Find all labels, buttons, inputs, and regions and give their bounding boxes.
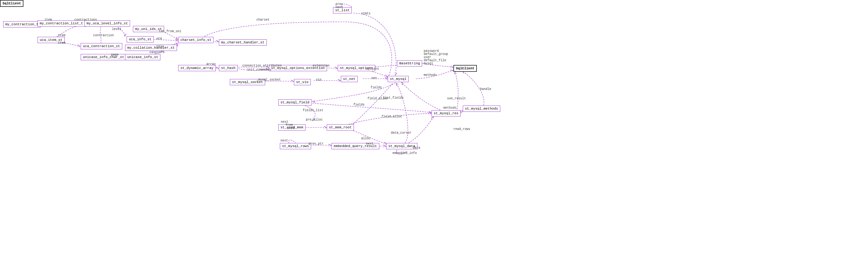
label-stmts: stmts — [361, 12, 371, 15]
node-unicase-info-char-st: unicase_info_char_st — [81, 54, 126, 60]
label-embedded-info: embedded_info — [393, 151, 417, 155]
node-sqlclient: SqlClient — [0, 0, 24, 7]
label-init-cmd: init_commands — [247, 68, 271, 71]
node-uca-info-st: uca_info_st — [127, 36, 154, 42]
label-use-result: use_result — [447, 97, 466, 100]
label-page: page — [111, 53, 119, 57]
label-conn-attr: connection_attributes — [242, 64, 282, 67]
label-methods-2: methods — [443, 106, 457, 110]
node-my-charset-handler-st: my_charset_handler_st — [219, 39, 267, 45]
label-vio: vio — [316, 78, 321, 81]
label-charset: charset — [256, 18, 270, 22]
node-st-mysql-methods: st_mysql_methods — [463, 106, 500, 112]
label-next-list: next — [336, 6, 343, 9]
node-charset-info-st: charset_info_st — [178, 37, 214, 43]
label-next-embedded: next — [366, 142, 373, 145]
label-level: level — [112, 28, 121, 31]
node-my-collation-handler-st: my_collation_handler_st — [125, 45, 177, 51]
label-item-1: item — [44, 18, 52, 22]
diagram-container: my_contraction_t my_contraction_list_t m… — [0, 0, 868, 277]
label-uca: uca — [156, 37, 162, 40]
node-st-mysql: st_mysql — [388, 76, 409, 82]
label-item-2: item — [58, 34, 65, 37]
node-st-vio: st_vio — [294, 79, 311, 85]
node-st-mysql-field: st_mysql_field — [278, 99, 311, 106]
node-st-dynamic-array: st_dynamic_array — [178, 65, 216, 71]
node-st-hash: st_hash — [219, 65, 238, 71]
label-handle: handle — [480, 88, 491, 91]
label-fields-list: fields_list — [303, 109, 323, 112]
label-coll: coll — [156, 45, 164, 48]
node-my-contraction-t: my_contraction_t — [3, 21, 41, 28]
label-data-cursor: data_cursor — [391, 131, 411, 135]
label-item-3: item — [58, 41, 65, 45]
label-methods-1: methods — [424, 73, 437, 77]
label-alloc: alloc — [361, 137, 371, 140]
node-st-mysql-rows: st_mysql_rows — [280, 143, 311, 149]
label-next-rows: next — [280, 139, 288, 142]
label-contraction: contraction — [93, 34, 114, 37]
label-contractions: contractions — [74, 18, 97, 22]
node-sqlclient-display: SqlClient — [454, 65, 477, 72]
label-field-alloc-2: field_alloc — [381, 115, 402, 118]
label-array: array — [206, 63, 216, 66]
label-net: net — [371, 76, 377, 80]
label-used: used — [287, 127, 294, 130]
node-st-mysql-res: st_mysql_res — [432, 110, 461, 116]
label-caseinfo: caseinfo — [150, 50, 164, 54]
label-data: data — [413, 146, 420, 149]
label-fields-2: fields — [353, 103, 365, 106]
label-options: options — [366, 67, 379, 71]
label-tab-from-uni: tab_from_uni — [159, 30, 181, 33]
label-list-fields: list_fields — [383, 96, 404, 100]
label-prev-ptr: prev_ptr — [309, 142, 323, 145]
node-unicase-info-st: unicase_info_st — [125, 54, 160, 60]
node-basestring: BaseString — [397, 60, 422, 67]
label-mysql: mysql — [424, 62, 433, 65]
label-mysql-socket: _mysql_socket — [256, 78, 281, 81]
node-st-mem-root: st_mem_root — [327, 124, 354, 131]
node-uca-contraction-st: uca_contraction_st — [81, 43, 122, 49]
node-st-net: st_net — [341, 76, 358, 82]
label-pre-alloc: pre_alloc — [306, 118, 323, 122]
label-extension: extension — [313, 64, 330, 67]
label-fields-1: fields — [371, 86, 382, 89]
label-read-rows: read_rows — [454, 128, 470, 131]
